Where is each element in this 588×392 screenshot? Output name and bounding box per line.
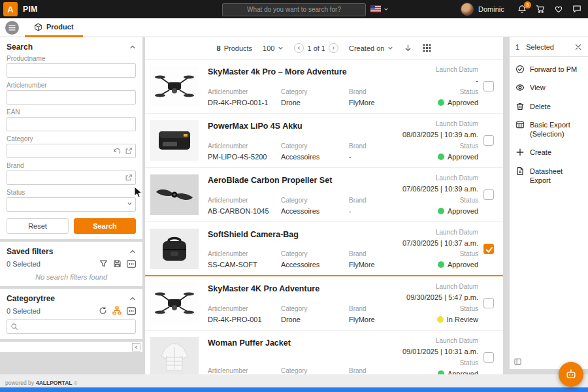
chevron-up-icon[interactable] — [129, 44, 136, 50]
category-value: Drone — [281, 99, 349, 106]
user-avatar[interactable] — [461, 3, 474, 16]
action-item[interactable]: Delete — [515, 102, 582, 111]
status-value: Approved — [448, 370, 478, 374]
save-icon[interactable] — [113, 259, 122, 268]
more-icon[interactable] — [127, 260, 136, 268]
assistant-fab[interactable] — [559, 362, 583, 387]
global-search-input[interactable] — [222, 3, 366, 16]
product-thumbnail[interactable] — [150, 120, 199, 161]
category-value: Drone — [281, 316, 349, 323]
tree-icon[interactable] — [112, 306, 122, 315]
row-checkbox[interactable] — [483, 189, 494, 200]
product-thumbnail[interactable] — [150, 66, 199, 106]
reset-button[interactable]: Reset — [7, 218, 69, 234]
close-button[interactable] — [574, 43, 582, 51]
launch-label: Launch Datum — [436, 66, 478, 73]
categorytree-section: Categorytree 0 Selected — [0, 289, 142, 339]
articlenumber-input[interactable] — [7, 90, 136, 105]
ean-input[interactable] — [7, 117, 136, 131]
product-row[interactable]: SoftShield Camera-Bag Articlenumber SS-C… — [145, 222, 503, 276]
bottom-accent-bar — [0, 387, 588, 392]
product-title: PowerMax LiPo 4S Akku — [208, 122, 401, 131]
cart-button[interactable] — [536, 5, 545, 14]
sidebar-collapse-button[interactable] — [132, 343, 140, 351]
product-row[interactable]: Woman Puffer Jacket Articlenumber Catego… — [145, 331, 503, 374]
row-checkbox[interactable] — [483, 81, 494, 91]
field-status: Status — [7, 189, 136, 212]
chevron-up-icon[interactable] — [129, 248, 136, 255]
action-item[interactable]: Basic Export (Selection) — [515, 120, 582, 139]
row-checkbox[interactable] — [483, 244, 494, 254]
prev-page-button[interactable] — [294, 43, 304, 53]
check-circle-icon — [515, 65, 525, 74]
panel-collapse-icon[interactable] — [514, 358, 521, 365]
product-title: SkyMaster 4k Pro – More Adventure — [208, 67, 401, 76]
productname-input[interactable] — [7, 63, 136, 78]
row-checkbox[interactable] — [483, 352, 494, 363]
close-icon — [574, 43, 582, 51]
field-articlenumber: Articlenumber — [7, 82, 136, 105]
launch-value: 09/01/2025 | 10:31 a.m. — [402, 348, 478, 355]
product-thumbnail[interactable] — [150, 229, 199, 269]
more-icon[interactable] — [127, 307, 136, 315]
robot-icon — [564, 368, 578, 381]
product-thumbnail[interactable] — [150, 174, 199, 215]
search-section-title: Search — [7, 42, 33, 52]
categorytree-search-input[interactable] — [7, 319, 136, 334]
caret-down-icon — [384, 7, 389, 12]
open-picker-icon[interactable] — [125, 147, 133, 155]
product-row[interactable]: SkyMaster 4K Pro Adventure Articlenumber… — [145, 276, 503, 331]
product-rows: SkyMaster 4k Pro – More Adventure Articl… — [145, 59, 503, 374]
app-logo[interactable]: A — [3, 2, 18, 16]
action-item[interactable]: View — [515, 83, 582, 92]
product-row[interactable]: PowerMax LiPo 4S Akku Articlenumber PM-L… — [145, 114, 503, 168]
action-item[interactable]: Forward to PM — [515, 65, 582, 74]
chat-button[interactable] — [572, 5, 581, 14]
product-thumbnail[interactable] — [150, 283, 199, 323]
grid-view-button[interactable] — [423, 44, 431, 52]
caret-down-icon[interactable] — [127, 201, 133, 206]
product-row[interactable]: SkyMaster 4k Pro – More Adventure Articl… — [145, 59, 503, 114]
search-section-header[interactable]: Search — [7, 42, 136, 52]
filter-icon[interactable] — [99, 259, 108, 268]
saved-filters-header[interactable]: Saved filters — [7, 247, 136, 256]
sort-field-value: Created on — [349, 44, 384, 52]
undo-icon[interactable] — [113, 147, 121, 155]
notification-badge: 3 — [524, 1, 531, 8]
status-dot — [438, 208, 444, 214]
sidebar-bottom-bar — [0, 342, 142, 352]
user-menu[interactable]: Dominic — [461, 3, 504, 16]
categorytree-header[interactable]: Categorytree — [7, 294, 136, 303]
articlenumber-label: Articlenumber — [208, 88, 281, 95]
sort-direction-button[interactable] — [404, 44, 412, 52]
articlenumber-value: DR-4K-PRO-001 — [208, 316, 281, 323]
brand-input[interactable] — [7, 171, 136, 185]
action-item[interactable]: Datasheet Export — [515, 167, 582, 186]
sort-field-select[interactable]: Created on — [349, 44, 393, 52]
ean-label: EAN — [7, 108, 136, 116]
search-button[interactable]: Search — [74, 218, 136, 234]
action-item[interactable]: Create — [515, 148, 582, 157]
next-page-button[interactable] — [329, 43, 338, 53]
row-checkbox[interactable] — [483, 135, 494, 146]
user-name: Dominic — [478, 5, 504, 13]
language-selector[interactable] — [370, 5, 389, 12]
product-row[interactable]: AeroBlade Carbon Propeller Set Articlenu… — [145, 168, 503, 222]
open-picker-icon[interactable] — [125, 174, 133, 182]
product-count-group: 8 Products — [217, 44, 253, 52]
menu-button[interactable] — [5, 21, 19, 35]
favorites-button[interactable] — [554, 5, 563, 14]
field-ean: EAN — [7, 108, 136, 131]
refresh-icon[interactable] — [99, 306, 107, 315]
status-select[interactable] — [7, 197, 136, 212]
row-checkbox[interactable] — [483, 298, 494, 308]
page-size-select[interactable]: 100 — [263, 44, 284, 52]
chevron-up-icon[interactable] — [129, 295, 136, 302]
articlenumber-value: SS-CAM-SOFT — [208, 261, 281, 269]
notifications-button[interactable]: 3 — [517, 5, 527, 14]
table-export-icon — [515, 120, 525, 139]
tab-product[interactable]: Product — [25, 18, 83, 37]
product-thumbnail[interactable] — [150, 337, 199, 374]
launch-value: 07/06/2025 | 10:39 a.m. — [402, 185, 478, 193]
action-list: Forward to PM View Delete Basic Export (… — [510, 57, 588, 193]
